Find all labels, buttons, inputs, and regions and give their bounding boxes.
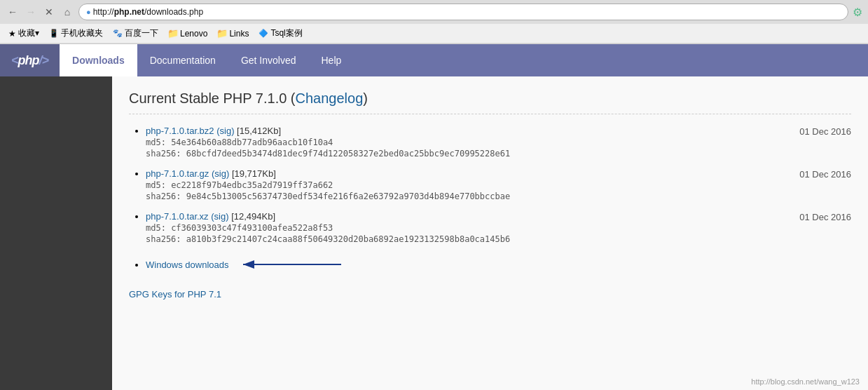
file-info-gz: php-7.1.0.tar.gz (sig) [19,717Kb] md5: e… — [146, 168, 781, 201]
sig-link-bz2[interactable]: (sig) — [216, 126, 234, 136]
date-xz: 01 Dec 2016 — [781, 211, 851, 222]
nav-downloads[interactable]: Downloads — [60, 44, 137, 76]
bookmark-label: Tsql案例 — [270, 27, 302, 39]
title-prefix: Current Stable PHP 7.1.0 ( — [129, 90, 296, 106]
nav-help[interactable]: Help — [308, 44, 354, 76]
globe-icon: ● — [86, 8, 91, 16]
watermark-text: http://blog.csdn.net/wang_w123 — [751, 377, 860, 386]
file-info-xz: php-7.1.0.tar.xz (sig) [12,494Kb] md5: c… — [146, 211, 781, 244]
download-link-xz[interactable]: php-7.1.0.tar.xz — [146, 211, 209, 222]
extension-icon[interactable]: ⚙ — [853, 6, 862, 19]
arrow-annotation — [236, 254, 348, 275]
mobile-icon: 📱 — [49, 29, 59, 39]
sidebar — [0, 76, 112, 390]
folder-icon: 📁 — [168, 29, 178, 39]
baidu-icon: 🐾 — [113, 29, 123, 39]
list-item: php-7.1.0.tar.gz (sig) [19,717Kb] md5: e… — [146, 168, 851, 201]
file-row-xz: php-7.1.0.tar.xz (sig) [12,494Kb] md5: c… — [146, 211, 851, 244]
gpg-section: GPG Keys for PHP 7.1 — [129, 289, 851, 300]
windows-row: Windows downloads — [146, 254, 851, 275]
bookmark-label: Lenovo — [180, 29, 207, 39]
php-logo[interactable]: <php/> — [0, 44, 60, 76]
browser-chrome: ← → ✕ ⌂ ● http://php.net/downloads.php ⚙… — [0, 0, 868, 44]
list-item-windows: Windows downloads — [146, 254, 851, 275]
changelog-link[interactable]: Changelog — [296, 90, 364, 106]
gpg-link[interactable]: GPG Keys for PHP 7.1 — [129, 289, 221, 300]
back-button[interactable]: ← — [6, 5, 20, 19]
bookmark-label: 手机收藏夹 — [61, 27, 103, 39]
bookmarks-menu[interactable]: ★ 收藏▾ — [6, 26, 42, 41]
bookmark-label: 百度一下 — [125, 27, 158, 39]
md5-xz: md5: cf36039303c47f493100afea522a8f53 — [146, 223, 781, 233]
url-domain: php.net — [114, 7, 144, 17]
address-bar[interactable]: ● http://php.net/downloads.php — [78, 4, 848, 20]
md5-bz2: md5: 54e364b60a88db77adb96aacb10f10a4 — [146, 137, 781, 147]
folder-icon: 📁 — [217, 29, 227, 39]
file-row-gz: php-7.1.0.tar.gz (sig) [19,717Kb] md5: e… — [146, 168, 851, 201]
md5-gz: md5: ec2218f97b4edbc35a2d7919ff37a662 — [146, 180, 781, 190]
file-size-gz: [19,717Kb] — [232, 168, 276, 179]
bookmark-mobile[interactable]: 📱 手机收藏夹 — [46, 26, 106, 41]
title-suffix: ) — [363, 90, 368, 106]
home-button[interactable]: ⌂ — [60, 5, 74, 19]
sig-link-xz[interactable]: (sig) — [211, 211, 228, 222]
list-item: php-7.1.0.tar.bz2 (sig) [15,412Kb] md5: … — [146, 126, 851, 159]
bookmark-label: Links — [229, 29, 249, 39]
close-button[interactable]: ✕ — [42, 5, 56, 19]
nav-documentation[interactable]: Documentation — [137, 44, 228, 76]
browser-toolbar: ← → ✕ ⌂ ● http://php.net/downloads.php ⚙ — [0, 0, 868, 24]
file-info-bz2: php-7.1.0.tar.bz2 (sig) [15,412Kb] md5: … — [146, 126, 781, 159]
file-row-bz2: php-7.1.0.tar.bz2 (sig) [15,412Kb] md5: … — [146, 126, 851, 159]
bookmark-tsql[interactable]: 🔷 Tsql案例 — [256, 26, 305, 41]
windows-downloads-link[interactable]: Windows downloads — [146, 260, 229, 270]
logo-text: <php/> — [11, 53, 48, 68]
file-size-xz: [12,494Kb] — [231, 211, 275, 222]
bookmarks-bar: ★ 收藏▾ 📱 手机收藏夹 🐾 百度一下 📁 Lenovo 📁 Links 🔷 … — [0, 24, 868, 43]
sha256-gz: sha256: 9e84c5b13005c56374730edf534fe216… — [146, 191, 781, 201]
sha256-xz: sha256: a810b3f29c21407c24caa88f50649320… — [146, 234, 781, 244]
list-item: php-7.1.0.tar.xz (sig) [12,494Kb] md5: c… — [146, 211, 851, 244]
tsql-icon: 🔷 — [259, 29, 268, 39]
nav-get-involved[interactable]: Get Involved — [228, 44, 309, 76]
nav-items: Downloads Documentation Get Involved Hel… — [60, 44, 354, 76]
date-bz2: 01 Dec 2016 — [781, 126, 851, 137]
page-title: Current Stable PHP 7.1.0 (Changelog) — [129, 90, 851, 107]
page-footer: http://blog.csdn.net/wang_w123 — [751, 377, 860, 386]
download-list: php-7.1.0.tar.bz2 (sig) [15,412Kb] md5: … — [129, 126, 851, 275]
section-divider — [129, 114, 851, 114]
bookmarks-label: 收藏▾ — [18, 27, 39, 39]
bookmark-links[interactable]: 📁 Links — [214, 27, 252, 40]
url-display: http://php.net/downloads.php — [93, 7, 203, 17]
site-nav: <php/> Downloads Documentation Get Invol… — [0, 44, 868, 76]
url-path: /downloads.php — [144, 7, 203, 17]
download-link-bz2[interactable]: php-7.1.0.tar.bz2 — [146, 126, 214, 136]
forward-button[interactable]: → — [24, 5, 38, 19]
download-link-gz[interactable]: php-7.1.0.tar.gz — [146, 168, 209, 179]
bookmark-lenovo[interactable]: 📁 Lenovo — [165, 27, 210, 40]
star-icon: ★ — [8, 29, 16, 39]
file-size-bz2: [15,412Kb] — [237, 126, 281, 136]
sig-link-gz[interactable]: (sig) — [212, 168, 229, 179]
url-prefix: http:// — [93, 7, 114, 17]
sha256-bz2: sha256: 68bcfd7deed5b3474d81dec9f74d1220… — [146, 149, 781, 159]
main-content: Current Stable PHP 7.1.0 (Changelog) php… — [112, 76, 868, 390]
page-layout: Current Stable PHP 7.1.0 (Changelog) php… — [0, 76, 868, 390]
bookmark-baidu[interactable]: 🐾 百度一下 — [110, 26, 161, 41]
date-gz: 01 Dec 2016 — [781, 168, 851, 180]
